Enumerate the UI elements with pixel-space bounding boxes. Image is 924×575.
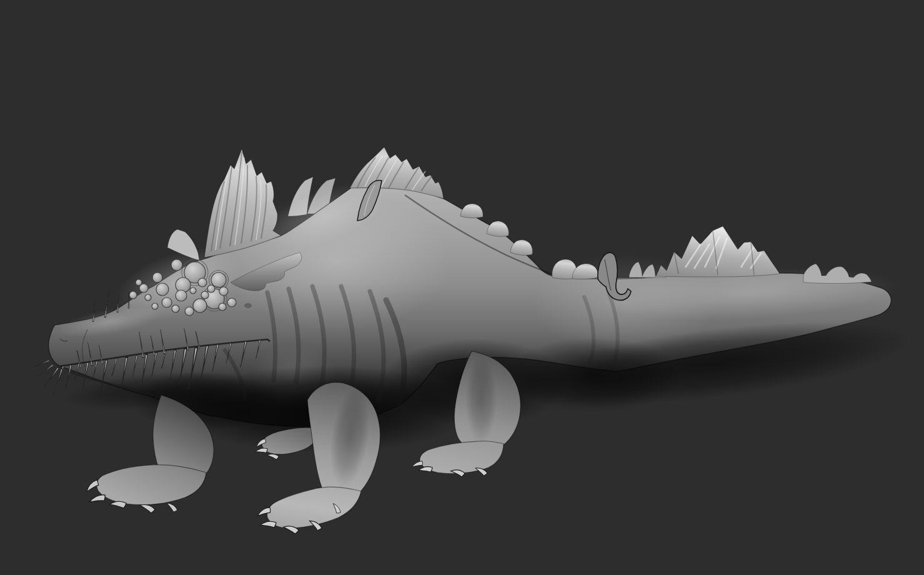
osteoderm <box>176 290 187 301</box>
osteoderm <box>193 299 207 312</box>
osteoderm <box>219 303 226 311</box>
osteoderm <box>152 272 162 282</box>
osteoderm <box>219 287 228 296</box>
osteoderm <box>198 278 207 287</box>
eye-dimple <box>244 303 252 308</box>
leg-inner-shade <box>465 356 497 444</box>
osteoderm <box>172 305 179 312</box>
osteoderm <box>201 291 209 299</box>
osteoderm <box>190 288 196 294</box>
osteoderm <box>211 272 226 288</box>
osteoderm <box>227 298 236 307</box>
creature-sculpt[interactable]: Untextured gray clay sculpt of a crocodi… <box>0 0 924 575</box>
osteoderm <box>152 303 158 309</box>
osteoderm <box>185 307 194 316</box>
osteoderm <box>162 298 172 308</box>
osteoderm <box>156 283 169 296</box>
osteoderm <box>145 294 151 301</box>
osteoderm <box>207 285 215 292</box>
osteoderm <box>129 291 137 299</box>
osteoderm <box>171 259 182 271</box>
viewport-3d[interactable]: Untextured gray clay sculpt of a crocodi… <box>0 0 924 575</box>
osteoderm <box>136 279 142 286</box>
